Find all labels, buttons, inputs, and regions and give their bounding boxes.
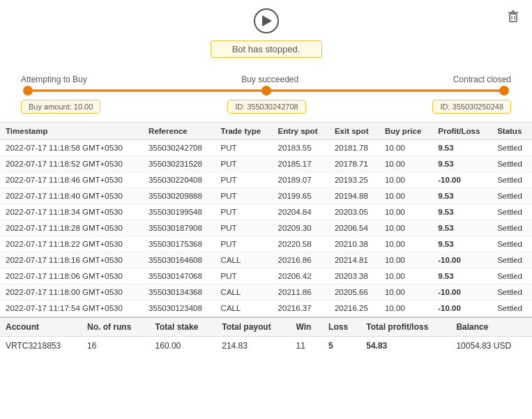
table-cell: 355030147068: [143, 268, 215, 284]
table-cell: 20220.58: [273, 236, 329, 252]
table-cell: 355030123408: [143, 300, 215, 317]
table-cell: Settled: [492, 188, 532, 204]
table-cell: CALL: [215, 252, 273, 268]
table-cell: 355030134368: [143, 284, 215, 300]
progress-track: [28, 89, 504, 93]
footer-section: Account No. of runs Total stake Total pa…: [0, 317, 532, 355]
step1-label: Attempting to Buy: [21, 75, 87, 84]
table-cell: 2022-07-17 11:17:54 GMT+0530: [0, 300, 143, 317]
footer-account: VRTC3218853: [0, 337, 82, 356]
table-row: 2022-07-17 11:18:34 GMT+0530355030199548…: [0, 204, 532, 220]
footer-col-total-profit: Total profit/loss: [360, 317, 450, 337]
table-cell: 20205.66: [329, 284, 379, 300]
status-message: Bot has stopped.: [232, 44, 301, 54]
table-cell: PUT: [215, 268, 273, 284]
profit-cell: -10.00: [432, 172, 492, 188]
col-status: Status: [492, 123, 532, 140]
table-wrapper[interactable]: Timestamp Reference Trade type Entry spo…: [0, 123, 532, 317]
table-cell: 20178.71: [329, 156, 379, 172]
col-buy-price: Buy price: [379, 123, 432, 140]
table-row: 2022-07-17 11:18:22 GMT+0530355030175368…: [0, 236, 532, 252]
footer-total-profit: 54.83: [360, 337, 450, 356]
table-cell: 2022-07-17 11:18:00 GMT+0530: [0, 284, 143, 300]
table-cell: 355030220408: [143, 172, 215, 188]
table-cell: 20194.88: [329, 188, 379, 204]
table-cell: 20211.86: [273, 284, 329, 300]
table-cell: 2022-07-17 11:18:34 GMT+0530: [0, 204, 143, 220]
table-row: 2022-07-17 11:18:58 GMT+0530355030242708…: [0, 140, 532, 156]
table-cell: Settled: [492, 220, 532, 236]
table-cell: 355030175368: [143, 236, 215, 252]
table-cell: Settled: [492, 252, 532, 268]
sublabel-2: ID: 355030242708: [227, 100, 306, 114]
footer-col-stake: Total stake: [150, 317, 217, 337]
col-trade-type: Trade type: [215, 123, 273, 140]
profit-cell: 9.53: [432, 236, 492, 252]
step2-label: Buy succeeded: [241, 75, 298, 84]
table-cell: 20183.55: [273, 140, 329, 156]
table-cell: 10.00: [379, 252, 432, 268]
profit-cell: 9.53: [432, 220, 492, 236]
table-row: 2022-07-17 11:18:16 GMT+0530355030164608…: [0, 252, 532, 268]
col-reference: Reference: [143, 123, 215, 140]
table-cell: 2022-07-17 11:18:52 GMT+0530: [0, 156, 143, 172]
table-cell: 20193.25: [329, 172, 379, 188]
table-cell: 10.00: [379, 220, 432, 236]
table-cell: PUT: [215, 220, 273, 236]
table-cell: 20206.42: [273, 268, 329, 284]
footer-table: Account No. of runs Total stake Total pa…: [0, 317, 532, 355]
table-cell: PUT: [215, 172, 273, 188]
table-row: 2022-07-17 11:18:52 GMT+0530355030231528…: [0, 156, 532, 172]
footer-payout: 214.83: [216, 337, 290, 356]
table-cell: Settled: [492, 300, 532, 317]
table-cell: 20214.81: [329, 252, 379, 268]
trash-button[interactable]: [506, 8, 521, 27]
footer-col-balance: Balance: [450, 317, 532, 337]
footer-loss-val: 5: [323, 337, 360, 356]
table-header: Timestamp Reference Trade type Entry spo…: [0, 123, 532, 140]
table-cell: 2022-07-17 11:18:16 GMT+0530: [0, 252, 143, 268]
progress-sublabels: Buy amount: 10.00 ID: 355030242708 ID: 3…: [21, 100, 511, 114]
main-table: Timestamp Reference Trade type Entry spo…: [0, 123, 532, 317]
progress-dot-mid: [261, 86, 271, 96]
col-profit-loss: Profit/Loss: [432, 123, 492, 140]
table-cell: 2022-07-17 11:18:40 GMT+0530: [0, 188, 143, 204]
progress-labels: Attempting to Buy Buy succeeded Contract…: [21, 75, 511, 84]
table-row: 2022-07-17 11:17:54 GMT+0530355030123408…: [0, 300, 532, 317]
table-cell: 355030187908: [143, 220, 215, 236]
top-bar: [0, 0, 532, 36]
table-cell: 10.00: [379, 284, 432, 300]
table-cell: 20204.84: [273, 204, 329, 220]
table-cell: 20189.07: [273, 172, 329, 188]
table-row: 2022-07-17 11:18:46 GMT+0530355030220408…: [0, 172, 532, 188]
table-cell: Settled: [492, 172, 532, 188]
table-cell: 20216.25: [329, 300, 379, 317]
table-cell: 10.00: [379, 204, 432, 220]
table-cell: Settled: [492, 140, 532, 156]
table-cell: 355030164608: [143, 252, 215, 268]
table-cell: PUT: [215, 156, 273, 172]
table-cell: 10.00: [379, 172, 432, 188]
table-cell: 10.00: [379, 140, 432, 156]
table-cell: PUT: [215, 140, 273, 156]
progress-section: Attempting to Buy Buy succeeded Contract…: [0, 68, 532, 114]
table-cell: PUT: [215, 188, 273, 204]
profit-cell: -10.00: [432, 252, 492, 268]
table-cell: 2022-07-17 11:18:28 GMT+0530: [0, 220, 143, 236]
table-cell: 2022-07-17 11:18:22 GMT+0530: [0, 236, 143, 252]
table-row: 2022-07-17 11:18:06 GMT+0530355030147068…: [0, 268, 532, 284]
footer-balance: 10054.83 USD: [450, 337, 532, 356]
table-cell: 20199.65: [273, 188, 329, 204]
table-cell: 20181.78: [329, 140, 379, 156]
play-button[interactable]: [254, 8, 279, 33]
col-exit-spot: Exit spot: [329, 123, 379, 140]
sublabel-1: Buy amount: 10.00: [21, 100, 100, 114]
play-icon: [262, 15, 272, 26]
table-cell: 10.00: [379, 236, 432, 252]
table-cell: 20209.30: [273, 220, 329, 236]
table-cell: Settled: [492, 156, 532, 172]
table-cell: PUT: [215, 236, 273, 252]
table-section: Timestamp Reference Trade type Entry spo…: [0, 122, 532, 317]
table-cell: Settled: [492, 284, 532, 300]
progress-dot-right: [499, 86, 509, 96]
